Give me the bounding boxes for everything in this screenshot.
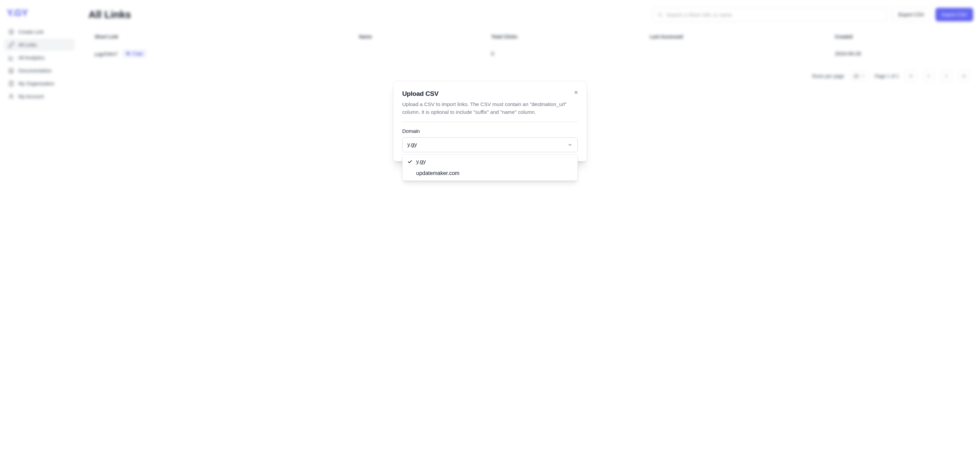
domain-dropdown: y.gy updatemaker.com	[402, 154, 578, 181]
modal-divider	[402, 122, 578, 122]
close-icon	[573, 90, 579, 95]
upload-csv-modal: Upload CSV Upload a CSV to import links.…	[393, 81, 587, 162]
modal-description: Upload a CSV to import links. The CSV mu…	[402, 100, 578, 116]
domain-field-label: Domain	[402, 128, 578, 134]
check-icon	[407, 159, 413, 165]
domain-option-label: y.gy	[416, 159, 426, 165]
domain-selected-value: y.gy	[407, 142, 417, 148]
chevron-down-icon	[567, 142, 573, 147]
close-button[interactable]	[572, 89, 580, 96]
modal-overlay[interactable]: Upload CSV Upload a CSV to import links.…	[0, 0, 980, 472]
domain-option-ygy[interactable]: y.gy	[404, 156, 576, 168]
domain-option-label: updatemaker.com	[416, 170, 460, 176]
domain-option-updatemaker[interactable]: updatemaker.com	[404, 168, 576, 179]
modal-title: Upload CSV	[402, 90, 578, 98]
domain-select[interactable]: y.gy	[402, 137, 578, 152]
check-slot-empty	[407, 170, 413, 176]
